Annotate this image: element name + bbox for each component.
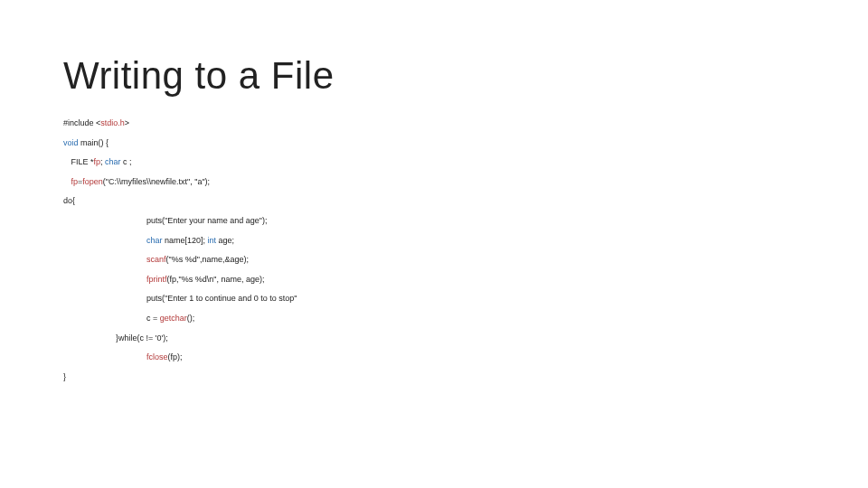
code-text: puts("Enter your name and age"); (146, 216, 267, 225)
code-line: puts("Enter your name and age"); (63, 215, 805, 227)
code-text: (fp,"%s %d\n", name, age); (167, 275, 265, 284)
code-line: fprintf(fp,"%s %d\n", name, age); (63, 274, 805, 286)
code-line: scanf("%s %d",name,&age); (63, 254, 805, 266)
code-text: FILE * (69, 157, 94, 166)
keyword: scanf (146, 255, 166, 264)
code-text: c = (146, 314, 160, 323)
keyword: fclose (146, 352, 168, 361)
code-text: name[120]; (163, 236, 208, 245)
keyword: char (105, 157, 121, 166)
code-line: char name[120]; int age; (63, 235, 805, 247)
code-line: #include <stdio.h> (63, 117, 805, 129)
keyword: stdio.h (100, 118, 125, 127)
code-text: #include < (63, 118, 100, 127)
code-line: do{ (63, 195, 805, 207)
keyword: fp (69, 177, 78, 186)
code-text: (); (187, 314, 195, 323)
code-block: #include <stdio.h> void main() { FILE *f… (63, 117, 805, 382)
code-text: (fp); (168, 352, 183, 361)
code-line: c = getchar(); (63, 313, 805, 324)
keyword: fprintf (146, 275, 167, 284)
keyword: char (146, 236, 163, 245)
code-text: c ; (121, 157, 132, 166)
page-title: Writing to a File (63, 54, 805, 98)
keyword: void (63, 138, 79, 147)
code-line: puts("Enter 1 to continue and 0 to to st… (63, 293, 805, 305)
code-line: }while(c != '0'); (63, 333, 805, 344)
code-text: }while(c != '0'); (116, 333, 168, 343)
code-line: } (63, 371, 805, 383)
code-line: FILE *fp; char c ; (63, 156, 805, 168)
keyword: int (208, 236, 217, 245)
code-text: } (63, 372, 66, 381)
code-text: do{ (63, 196, 75, 205)
keyword: fp (94, 157, 101, 166)
code-text: age; (216, 236, 234, 245)
code-line: void main() { (63, 137, 805, 149)
code-text: ("C:\\myfiles\\newfile.txt", "a"); (103, 177, 210, 186)
code-text: > (125, 118, 129, 127)
code-line: fp=fopen("C:\\myfiles\\newfile.txt", "a"… (63, 176, 805, 188)
keyword: fopen (82, 177, 103, 186)
code-line: fclose(fp); (63, 352, 805, 363)
code-text: ("%s %d",name,&age); (166, 255, 249, 264)
keyword: getchar (160, 314, 187, 323)
code-text: main() { (79, 138, 109, 147)
code-text: puts("Enter 1 to continue and 0 to to st… (146, 294, 297, 303)
